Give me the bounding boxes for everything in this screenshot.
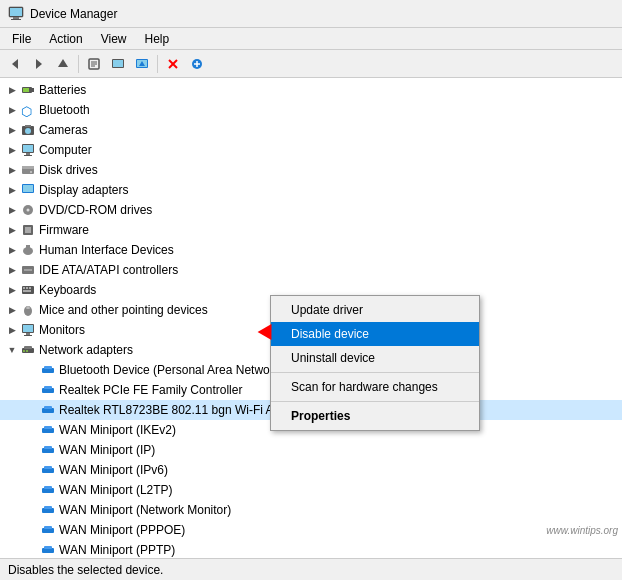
menu-help[interactable]: Help xyxy=(137,30,178,48)
svg-rect-58 xyxy=(24,346,32,349)
svg-rect-23 xyxy=(23,88,29,92)
tree-expander[interactable]: ▶ xyxy=(4,260,20,280)
item-label: Disk drives xyxy=(39,163,98,177)
tree-expander[interactable]: ▶ xyxy=(4,220,20,240)
svg-rect-1 xyxy=(10,8,22,16)
svg-point-38 xyxy=(27,209,30,212)
tree-expander[interactable]: ▶ xyxy=(4,320,20,340)
tree-expander[interactable]: ▶ xyxy=(4,300,20,320)
item-icon xyxy=(20,262,36,278)
toolbar-scan[interactable] xyxy=(131,53,153,75)
tree-expander[interactable]: ▶ xyxy=(4,140,20,160)
toolbar-update[interactable] xyxy=(107,53,129,75)
tree-item-wan_netmon[interactable]: WAN Miniport (Network Monitor) xyxy=(0,500,622,520)
tree-expander[interactable]: ▼ xyxy=(4,340,20,360)
toolbar-forward[interactable] xyxy=(28,53,50,75)
toolbar xyxy=(0,50,622,78)
context-menu-item-disable_device[interactable]: Disable device xyxy=(271,322,479,346)
toolbar-properties[interactable] xyxy=(83,53,105,75)
item-icon xyxy=(20,242,36,258)
tree-item-diskdrives[interactable]: ▶ Disk drives xyxy=(0,160,622,180)
item-label: Computer xyxy=(39,143,92,157)
item-label: Cameras xyxy=(39,123,88,137)
context-menu-item-properties[interactable]: Properties xyxy=(271,404,479,428)
tree-expander[interactable]: ▶ xyxy=(4,280,20,300)
toolbar-sep2 xyxy=(157,55,158,73)
tree-item-wan_ipv6[interactable]: WAN Miniport (IPv6) xyxy=(0,460,622,480)
tree-expander[interactable]: ▶ xyxy=(4,120,20,140)
menu-view[interactable]: View xyxy=(93,30,135,48)
tree-item-ideata[interactable]: ▶ IDE ATA/ATAPI controllers xyxy=(0,260,622,280)
context-menu-item-uninstall_device[interactable]: Uninstall device xyxy=(271,346,479,370)
svg-rect-74 xyxy=(44,486,52,489)
item-icon xyxy=(20,342,36,358)
svg-rect-42 xyxy=(26,245,30,248)
menu-action[interactable]: Action xyxy=(41,30,90,48)
svg-rect-36 xyxy=(23,185,33,192)
tree-item-cameras[interactable]: ▶ Cameras xyxy=(0,120,622,140)
tree-item-dvd[interactable]: ▶ DVD/CD-ROM drives xyxy=(0,200,622,220)
status-bar: Disables the selected device. xyxy=(0,558,622,580)
svg-point-41 xyxy=(23,247,33,255)
tree-expander[interactable]: ▶ xyxy=(4,240,20,260)
item-icon xyxy=(20,182,36,198)
item-label: WAN Miniport (IP) xyxy=(59,443,155,457)
tree-item-computer[interactable]: ▶ Computer xyxy=(0,140,622,160)
context-menu-item-scan_changes[interactable]: Scan for hardware changes xyxy=(271,375,479,399)
svg-rect-30 xyxy=(26,153,30,155)
svg-rect-56 xyxy=(24,335,32,336)
tree-item-displayadapters[interactable]: ▶ Display adapters xyxy=(0,180,622,200)
item-icon xyxy=(40,402,56,418)
tree-item-wan_pppoe[interactable]: WAN Miniport (PPPOE) xyxy=(0,520,622,540)
item-label: Realtek PCIe FE Family Controller xyxy=(59,383,242,397)
context-menu-item-update_driver[interactable]: Update driver xyxy=(271,298,479,322)
item-icon xyxy=(20,82,36,98)
item-label: WAN Miniport (PPTP) xyxy=(59,543,175,557)
title-bar: Device Manager xyxy=(0,0,622,28)
svg-point-59 xyxy=(23,350,25,352)
item-icon xyxy=(20,302,36,318)
svg-point-60 xyxy=(26,350,28,352)
svg-rect-78 xyxy=(44,526,52,529)
item-icon xyxy=(40,522,56,538)
svg-rect-29 xyxy=(23,145,33,152)
item-label: Keyboards xyxy=(39,283,96,297)
svg-rect-40 xyxy=(25,227,31,233)
tree-expander[interactable]: ▶ xyxy=(4,200,20,220)
item-icon xyxy=(20,122,36,138)
item-icon xyxy=(40,482,56,498)
svg-rect-66 xyxy=(44,406,52,409)
toolbar-up[interactable] xyxy=(52,53,74,75)
toolbar-add[interactable] xyxy=(186,53,208,75)
item-label: DVD/CD-ROM drives xyxy=(39,203,152,217)
tree-item-wan_pptp[interactable]: WAN Miniport (PPTP) xyxy=(0,540,622,558)
tree-item-bluetooth[interactable]: ▶ ⬡ Bluetooth xyxy=(0,100,622,120)
menu-bar: File Action View Help xyxy=(0,28,622,50)
svg-rect-64 xyxy=(44,386,52,389)
toolbar-back[interactable] xyxy=(4,53,26,75)
tree-item-firmware[interactable]: ▶ Firmware xyxy=(0,220,622,240)
svg-point-34 xyxy=(30,171,32,173)
item-icon xyxy=(20,202,36,218)
tree-item-wan_l2tp[interactable]: WAN Miniport (L2TP) xyxy=(0,480,622,500)
tree-item-hid[interactable]: ▶ Human Interface Devices xyxy=(0,240,622,260)
svg-rect-62 xyxy=(44,366,52,369)
tree-expander[interactable]: ▶ xyxy=(4,180,20,200)
watermark: www.wintips.org xyxy=(546,525,618,536)
tree-expander[interactable]: ▶ xyxy=(4,100,20,120)
tree-item-wan_ip[interactable]: WAN Miniport (IP) xyxy=(0,440,622,460)
svg-rect-80 xyxy=(44,546,52,549)
tree-expander[interactable]: ▶ xyxy=(4,80,20,100)
item-icon xyxy=(20,282,36,298)
tree-item-batteries[interactable]: ▶ Batteries xyxy=(0,80,622,100)
item-label: Firmware xyxy=(39,223,89,237)
svg-rect-27 xyxy=(25,125,31,127)
svg-text:⬡: ⬡ xyxy=(21,104,32,117)
svg-rect-70 xyxy=(44,446,52,449)
tree-expander[interactable]: ▶ xyxy=(4,160,20,180)
toolbar-remove[interactable] xyxy=(162,53,184,75)
item-label: Batteries xyxy=(39,83,86,97)
item-label: Bluetooth xyxy=(39,103,90,117)
menu-file[interactable]: File xyxy=(4,30,39,48)
svg-rect-54 xyxy=(23,325,33,332)
